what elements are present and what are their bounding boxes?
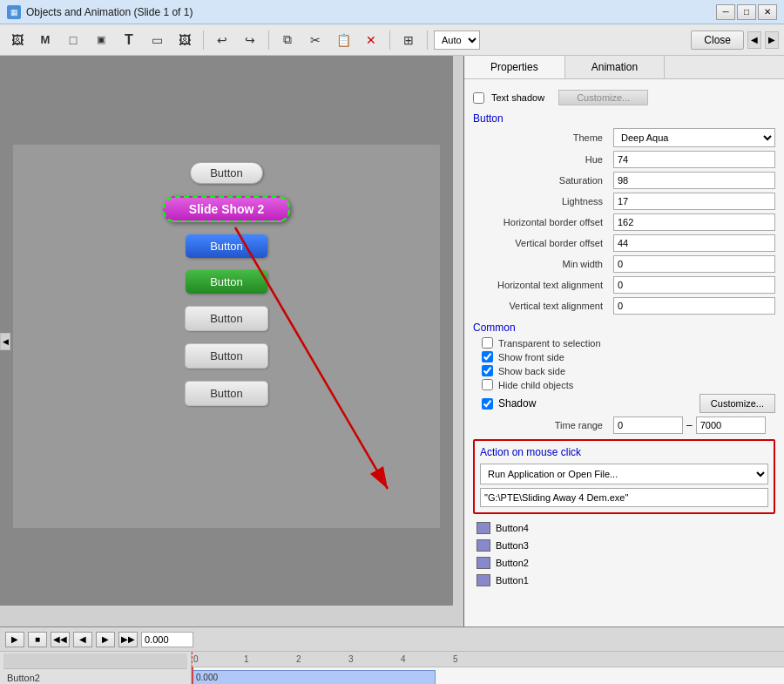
tl-block-label: 0.000 [193,671,221,684]
vtextalign-label: Vertical text alignment [473,301,608,311]
shadow-label: Shadow [498,397,536,410]
tl-next[interactable]: ▶▶ [118,632,138,647]
obj-item-button1[interactable]: Button1 [473,572,775,589]
htextalign-row: Horizontal text alignment [473,276,775,294]
text-shadow-customize-btn[interactable]: Customize... [558,90,648,105]
obj-icon-button3 [476,539,490,552]
transparent-checkbox[interactable] [482,337,493,349]
shadow-row: Shadow Customize... [473,394,775,413]
saturation-row: Saturation [473,172,775,189]
close-button[interactable]: Close [691,30,744,50]
toolbar-undo[interactable]: ↩ [210,29,234,51]
canvas-scrollbar-h[interactable] [0,616,453,626]
toolbar-redo[interactable]: ↪ [238,29,262,51]
vtextalign-input[interactable] [613,297,775,315]
hborder-input[interactable] [613,213,775,231]
action-dropdown[interactable]: Run Application or Open File... [480,464,768,484]
canvas-button-7[interactable]: Button [185,381,268,406]
toolbar-copy[interactable]: ⧉ [275,29,300,51]
lightness-label: Lightness [473,196,608,207]
vborder-input[interactable] [613,234,775,252]
nav-next[interactable]: ▶ [765,31,779,49]
minimize-button[interactable]: ─ [716,4,735,20]
toolbar-frame[interactable]: ▣ [89,29,113,51]
theme-select[interactable]: Deep Aqua [613,128,775,147]
text-shadow-label: Text shadow [491,92,544,103]
nav-prev[interactable]: ◀ [747,31,761,49]
minwidth-input[interactable] [613,255,775,273]
timeline-tracks[interactable]: 0 1 2 3 4 5 0.000 [192,652,784,684]
text-shadow-row: Text shadow Customize... [473,90,775,105]
hborder-row: Horizontal border offset [473,213,775,231]
tick-0: 0 [193,654,199,664]
time-from-input[interactable] [613,416,683,434]
htextalign-label: Horizontal text alignment [473,280,608,290]
canvas-button-4[interactable]: Button [186,270,267,294]
obj-item-button4[interactable]: Button4 [473,519,775,537]
vborder-row: Vertical border offset [473,234,775,252]
tl-block-1[interactable]: 0.000 [192,670,436,684]
showfront-label: Show front side [498,352,564,362]
lightness-input[interactable] [613,193,775,210]
action-path-input[interactable] [480,488,768,507]
tab-animation[interactable]: Animation [565,56,665,78]
tl-track-label: Button2 [3,669,187,684]
toolbar-new[interactable]: 🖼 [5,29,30,51]
obj-icon-button1 [476,574,490,586]
canvas-scrollbar-h2[interactable] [0,606,453,616]
toolbar-cut[interactable]: ✂ [303,29,328,51]
canvas-scrollbar-v[interactable] [453,56,463,626]
obj-icon-button4 [476,522,490,534]
canvas-button-5[interactable]: Button [185,306,268,331]
zoom-select[interactable]: Auto [434,30,480,50]
tab-properties[interactable]: Properties [464,56,565,78]
obj-item-button3[interactable]: Button3 [473,537,775,554]
close-window-button[interactable]: ✕ [758,4,777,20]
shadow-customize-btn[interactable]: Customize... [700,394,775,413]
saturation-label: Saturation [473,175,608,186]
toolbar-grid[interactable]: ⊞ [396,29,421,51]
hborder-label: Horizontal border offset [473,217,608,227]
toolbar-box[interactable]: □ [61,29,85,51]
maximize-button[interactable]: □ [737,4,756,20]
transparent-label: Transparent to selection [498,338,601,349]
hue-input[interactable] [613,151,775,168]
canvas-button-3[interactable]: Button [186,234,267,258]
timeline-body: Button2 0 1 2 3 4 5 0.000 [0,652,784,684]
canvas-button-slideshow2[interactable]: Slide Show 2 [163,196,290,222]
toolbar-image[interactable]: 🖼 [172,29,197,51]
toolbar-rect[interactable]: ▭ [145,29,169,51]
tl-play[interactable]: ▶ [5,632,24,647]
showback-checkbox[interactable] [482,365,493,376]
canvas-scroll-left[interactable]: ◀ [0,333,10,350]
minwidth-row: Min width [473,255,775,273]
toolbar-m[interactable]: M [33,29,57,51]
shadow-checkbox[interactable] [482,398,493,410]
toolbar-paste[interactable]: 📋 [331,29,355,51]
time-to-input[interactable] [696,416,766,434]
toolbar-delete[interactable]: ✕ [359,29,383,51]
toolbar-text[interactable]: T [117,29,141,51]
tl-back[interactable]: ◀ [73,632,92,647]
lightness-row: Lightness [473,193,775,210]
tl-prev[interactable]: ◀◀ [51,632,70,647]
canvas-button-1[interactable]: Button [190,162,263,184]
tl-fwd[interactable]: ▶ [96,632,115,647]
obj-icon-button2 [476,557,490,569]
tl-time-input[interactable] [141,632,193,647]
sep4 [427,30,428,50]
tl-stop[interactable]: ■ [28,632,47,647]
saturation-input[interactable] [613,172,775,189]
showback-label: Show back side [498,366,565,376]
vborder-label: Vertical border offset [473,238,608,248]
showfront-checkbox[interactable] [482,351,493,362]
canvas-button-6[interactable]: Button [185,343,268,369]
sep2 [268,30,269,50]
text-shadow-checkbox[interactable] [473,92,484,104]
showback-row: Show back side [482,365,775,376]
panel-scroll[interactable]: Text shadow Customize... Button Theme De… [464,79,784,626]
hidechild-checkbox[interactable] [482,379,493,390]
hidechild-label: Hide child objects [498,380,573,390]
obj-item-button2[interactable]: Button2 [473,554,775,572]
htextalign-input[interactable] [613,276,775,294]
